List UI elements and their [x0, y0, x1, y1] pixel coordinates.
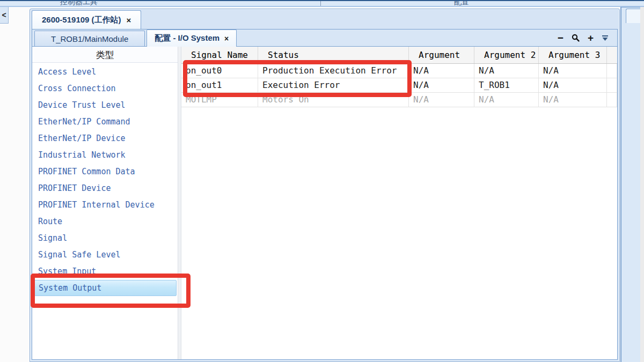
cell-argument-2: N/A	[474, 93, 539, 107]
cell-signal-name: MOTLMP	[181, 93, 258, 107]
sidebar-item-industrial-network[interactable]: Industrial Network	[32, 147, 178, 164]
sidebar-item-system-input[interactable]: System Input	[32, 263, 178, 280]
view-controls: − +	[558, 33, 617, 43]
magnifier-icon[interactable]	[572, 34, 580, 42]
column-header-argument-3[interactable]: Argument 3	[539, 47, 607, 63]
sidebar-item-cross-connection[interactable]: Cross Connection	[32, 80, 178, 97]
column-header-status[interactable]: Status	[258, 47, 409, 63]
subtab-label: 配置 - I/O System	[155, 33, 219, 43]
document-window: 2600-519109 (工作站) × T_ROB1/MainModule 配置…	[30, 9, 620, 362]
document-inner-panel: T_ROB1/MainModule 配置 - I/O System × − +	[32, 29, 618, 360]
sidebar-item-access-level[interactable]: Access Level	[32, 64, 178, 80]
cell-argument: N/A	[409, 64, 474, 78]
tab-trob1-mainmodule[interactable]: T_ROB1/MainModule	[34, 31, 145, 46]
right-margin	[640, 7, 644, 362]
sidebar-item-ethernet-ip-device[interactable]: EtherNet/IP Device	[32, 130, 178, 147]
cell-argument: N/A	[409, 93, 474, 107]
cell-signal-name: pn_out0	[181, 64, 258, 78]
column-header-signal-name[interactable]: Signal Name	[181, 47, 258, 63]
cell-status: Production Execution Error	[258, 64, 409, 78]
cell-argument-3: N/A	[539, 93, 607, 107]
tab-scroll-left-button[interactable]: <	[0, 7, 9, 24]
sidebar-item-signal-safe-level[interactable]: Signal Safe Level	[32, 247, 178, 263]
cell-signal-name: pn_out1	[181, 78, 258, 92]
table-row-motlmp[interactable]: MOTLMP Motors On N/A N/A N/A	[181, 93, 617, 107]
column-header-argument[interactable]: Argument	[409, 47, 474, 63]
zoom-out-button[interactable]: −	[558, 33, 564, 43]
sidebar-item-system-output[interactable]: System Output	[33, 280, 177, 296]
cell-argument-3: N/A	[539, 78, 607, 92]
ribbon-strip: 控制器工具 配置	[0, 0, 644, 7]
type-panel-header: 类型	[32, 47, 178, 63]
subtab-bar: T_ROB1/MainModule 配置 - I/O System × − +	[32, 29, 617, 47]
sidebar-item-device-trust-level[interactable]: Device Trust Level	[32, 97, 178, 114]
sidebar-item-profinet-common-data[interactable]: PROFINET Common Data	[32, 164, 178, 180]
type-panel: 类型 Access Level Cross Connection Device …	[32, 47, 178, 359]
cell-argument: N/A	[409, 78, 474, 92]
right-panel-tab[interactable]	[626, 9, 640, 23]
document-tab-station[interactable]: 2600-519109 (工作站) ×	[32, 10, 141, 29]
collapse-caret-icon[interactable]	[602, 35, 609, 41]
column-header-argument-2[interactable]: Argument 2	[474, 47, 539, 63]
ribbon-group-label-controller-tools: 控制器工具	[60, 0, 98, 7]
io-signal-table: Signal Name Status Argument Argument 2 A…	[181, 47, 617, 359]
tab-config-io-system[interactable]: 配置 - I/O System ×	[147, 29, 237, 47]
cell-status: Execution Error	[258, 78, 409, 92]
close-icon[interactable]: ×	[224, 34, 229, 43]
robotstudio-screen: 控制器工具 配置 < 2600-519109 (工作站) × T_ROB1/Ma…	[0, 0, 644, 362]
type-list: Access Level Cross Connection Device Tru…	[32, 63, 178, 359]
right-panel-sliver	[620, 7, 640, 362]
table-row-pn-out0[interactable]: pn_out0 Production Execution Error N/A N…	[181, 64, 617, 78]
sidebar-item-ethernet-ip-command[interactable]: EtherNet/IP Command	[32, 114, 178, 130]
zoom-in-button[interactable]: +	[588, 33, 594, 43]
ribbon-tab-label-configuration: 配置	[454, 0, 469, 7]
cell-argument-2: N/A	[474, 64, 539, 78]
subtab-label: T_ROB1/MainModule	[51, 34, 128, 43]
table-header-row: Signal Name Status Argument Argument 2 A…	[181, 47, 617, 64]
sidebar-item-profinet-device[interactable]: PROFINET Device	[32, 180, 178, 197]
config-content: 类型 Access Level Cross Connection Device …	[32, 47, 617, 359]
panel-splitter[interactable]	[178, 47, 181, 359]
sidebar-item-route[interactable]: Route	[32, 213, 178, 230]
cell-status: Motors On	[258, 93, 409, 107]
column-header-filler	[607, 47, 617, 63]
ribbon-divider	[320, 1, 321, 6]
chevron-left-icon: <	[2, 11, 6, 19]
document-tab-label: 2600-519109 (工作站)	[42, 15, 121, 25]
cell-argument-3: N/A	[539, 64, 607, 78]
cell-argument-2: T_ROB1	[474, 78, 539, 92]
close-icon[interactable]: ×	[127, 16, 131, 25]
sidebar-item-profinet-internal-device[interactable]: PROFINET Internal Device	[32, 197, 178, 213]
sidebar-item-signal[interactable]: Signal	[32, 230, 178, 247]
table-row-pn-out1[interactable]: pn_out1 Execution Error N/A T_ROB1 N/A	[181, 78, 617, 93]
